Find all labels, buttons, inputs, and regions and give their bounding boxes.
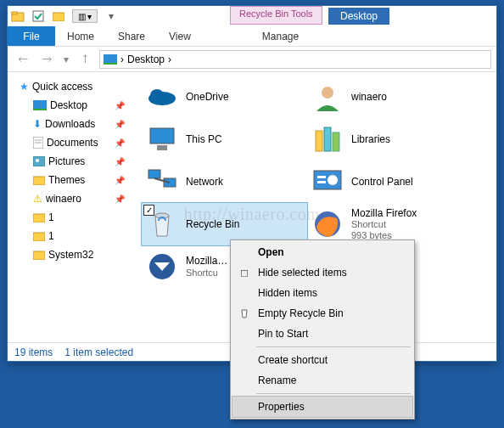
svg-rect-2: [33, 11, 43, 21]
tab-home[interactable]: Home: [55, 26, 106, 46]
file-tab[interactable]: File: [8, 26, 55, 46]
navigation-pane: ★ Quick access Desktop📌 ⬇Downloads📌 Docu…: [8, 72, 135, 342]
nav-label: Downloads: [45, 118, 111, 130]
warning-icon: ⚠: [33, 193, 42, 205]
svg-rect-7: [33, 109, 47, 110]
svg-rect-30: [317, 176, 326, 178]
menu-label: Open: [258, 246, 284, 258]
menu-create-shortcut[interactable]: Create shortcut: [232, 350, 412, 370]
quick-access-toolbar: ▥ ▾ ▾: [11, 9, 123, 23]
pin-icon: 📌: [115, 101, 125, 110]
menu-label: Empty Recycle Bin: [258, 307, 344, 319]
nav-label: Quick access: [32, 81, 132, 93]
nav-quick-access[interactable]: ★ Quick access: [11, 77, 132, 96]
dropdown-icon[interactable]: ▥ ▾: [72, 9, 98, 23]
breadcrumb-sep[interactable]: ›: [168, 54, 171, 65]
nav-label: Themes: [48, 174, 111, 186]
svg-rect-21: [157, 145, 167, 150]
svg-rect-23: [324, 127, 331, 151]
tab-view[interactable]: View: [157, 26, 203, 46]
pin-icon: 📌: [115, 138, 125, 148]
nav-label: 1: [48, 211, 125, 223]
svg-point-12: [36, 159, 39, 162]
folder-small-icon[interactable]: [52, 9, 65, 23]
item-label: This PC: [186, 133, 222, 145]
network-icon: [145, 165, 179, 199]
nav-folder-1b[interactable]: 1: [11, 227, 132, 245]
forward-button: 🡒: [36, 49, 57, 70]
menu-label: Create shortcut: [258, 354, 328, 366]
nav-downloads[interactable]: ⬇Downloads📌: [11, 115, 132, 133]
item-thispc[interactable]: This PC: [142, 118, 307, 160]
item-network[interactable]: Network: [142, 160, 307, 203]
folder-icon: [33, 250, 45, 260]
menu-properties[interactable]: Properties: [232, 397, 412, 417]
titlebar: ▥ ▾ ▾ Recycle Bin Tools Desktop: [8, 6, 496, 26]
item-label: Control Panel: [351, 176, 413, 188]
nav-folder-1a[interactable]: 1: [11, 208, 132, 227]
nav-documents[interactable]: Documents📌: [11, 133, 132, 152]
desktop-icon: [33, 100, 47, 110]
svg-point-18: [150, 89, 164, 101]
nav-label: Documents: [47, 137, 111, 149]
svg-rect-11: [33, 156, 45, 166]
menu-label: Hidden items: [258, 287, 317, 299]
menu-rename[interactable]: Rename: [232, 370, 412, 391]
tab-share[interactable]: Share: [106, 26, 157, 46]
libraries-icon: [311, 122, 344, 156]
item-label: Mozilla Firefox: [351, 207, 417, 219]
up-button[interactable]: 🡑: [76, 49, 96, 70]
svg-rect-6: [33, 100, 47, 109]
menu-label: Properties: [258, 401, 305, 413]
nav-label: Pictures: [48, 155, 111, 167]
recent-dropdown[interactable]: ▾: [60, 49, 72, 70]
item-winaero[interactable]: winaero: [307, 76, 473, 118]
breadcrumb-sep[interactable]: ›: [120, 54, 124, 65]
menu-open[interactable]: Open: [232, 242, 412, 262]
nav-label: System32: [48, 249, 125, 261]
item-sub: Shortcut: [351, 219, 417, 230]
item-libraries[interactable]: Libraries: [307, 118, 473, 160]
download-icon: ⬇: [33, 118, 42, 130]
menu-empty-recyclebin[interactable]: Empty Recycle Bin: [232, 303, 412, 324]
hide-icon: ◻: [238, 266, 251, 279]
nav-system32[interactable]: System32: [11, 245, 132, 264]
svg-rect-14: [33, 214, 45, 222]
selection-checkbox[interactable]: ✓: [143, 205, 154, 216]
cloud-icon: [145, 80, 179, 114]
item-label: Libraries: [351, 133, 390, 145]
nav-pictures[interactable]: Pictures📌: [11, 152, 132, 171]
recycle-icon: [238, 307, 251, 320]
nav-desktop[interactable]: Desktop📌: [11, 96, 132, 115]
menu-label: Hide selected items: [258, 267, 347, 279]
qat-overflow-icon[interactable]: ▾: [104, 9, 118, 23]
svg-rect-24: [333, 132, 339, 151]
folder-icon: [33, 231, 45, 241]
svg-rect-5: [104, 63, 117, 65]
item-onedrive[interactable]: OneDrive: [142, 76, 307, 118]
tab-manage[interactable]: Manage: [250, 26, 311, 46]
nav-label: Desktop: [50, 99, 111, 111]
user-icon: [311, 80, 344, 114]
menu-pin-start[interactable]: Pin to Start: [232, 324, 412, 344]
pictures-icon: [33, 156, 45, 166]
checkbox-icon[interactable]: [31, 9, 45, 23]
back-button[interactable]: 🡐: [13, 49, 33, 70]
control-panel-icon: [311, 165, 344, 199]
contextual-tab-recyclebin[interactable]: Recycle Bin Tools: [230, 6, 322, 25]
item-controlpanel[interactable]: Control Panel: [307, 160, 473, 203]
svg-point-29: [328, 175, 338, 185]
breadcrumb-location[interactable]: Desktop: [127, 54, 165, 65]
svg-rect-20: [150, 128, 174, 144]
star-icon: ★: [20, 81, 29, 93]
menu-separator: [256, 393, 411, 394]
desktop-icon: [104, 54, 117, 65]
menu-hidden-items[interactable]: Hidden items: [232, 283, 412, 303]
menu-hide-selected[interactable]: ◻Hide selected items: [232, 262, 412, 283]
item-label: Network: [186, 176, 223, 188]
item-count: 19 items: [14, 346, 53, 358]
address-box[interactable]: › Desktop ›: [99, 50, 491, 69]
nav-winaero[interactable]: ⚠winaero📌: [11, 189, 132, 208]
item-sub: Shortcu: [186, 268, 227, 279]
nav-themes[interactable]: Themes📌: [11, 171, 132, 189]
